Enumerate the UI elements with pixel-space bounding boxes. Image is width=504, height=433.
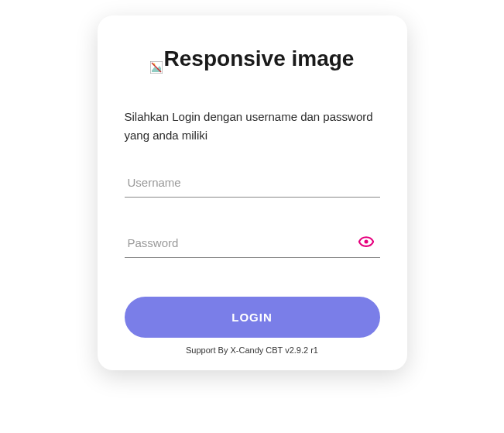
logo-area: Responsive image (125, 46, 380, 77)
broken-image-icon (150, 54, 163, 67)
login-button[interactable]: LOGIN (125, 297, 380, 338)
logo-image: Responsive image (150, 46, 355, 71)
login-instruction: Silahkan Login dengan username dan passw… (125, 108, 380, 145)
support-footer-text: Support By X-Candy CBT v2.9.2 r1 (125, 345, 380, 355)
login-card: Responsive image Silahkan Login dengan u… (98, 15, 407, 370)
username-input[interactable] (125, 168, 380, 198)
password-group (125, 229, 380, 258)
toggle-password-visibility-icon[interactable] (358, 234, 374, 253)
password-input[interactable] (125, 229, 380, 258)
svg-point-3 (364, 240, 368, 244)
username-group (125, 168, 380, 198)
logo-alt-text: Responsive image (164, 46, 355, 71)
